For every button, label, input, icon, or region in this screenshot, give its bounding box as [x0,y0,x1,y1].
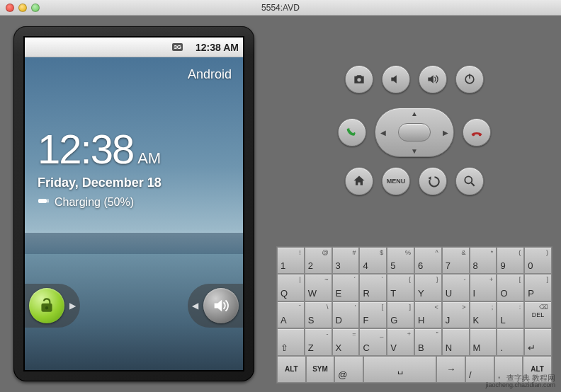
svg-point-10 [465,176,472,183]
key-↵[interactable]: ↵ [524,328,552,355]
status-bar: 3G 12:38 AM [25,38,243,57]
key-f[interactable]: F[ [359,301,387,328]
key-k[interactable]: K; [470,301,497,328]
lockscreen: Android 12:38AM Friday, December 18 Char… [25,57,243,370]
key-w[interactable]: W~ [305,274,332,301]
unlock-slider[interactable]: ▶ [25,284,80,328]
key-g[interactable]: G] [387,301,414,328]
lock-ampm: AM [137,149,161,167]
dpad-up-button[interactable]: ▲ [411,110,418,117]
watermark: 查字典 教程网 jiaocheng.chazidian.com [485,374,555,389]
dpad-left-button[interactable]: ◀ [380,129,386,137]
svg-line-11 [472,183,475,186]
key-r[interactable]: R` [359,274,387,301]
volume-down-button[interactable] [382,65,410,93]
power-button[interactable] [455,65,484,93]
key-.[interactable]: . [497,328,524,355]
dpad-down-button[interactable]: ▼ [411,147,418,155]
key-space[interactable]: ␣ [363,356,436,383]
key-1[interactable]: 1! [277,247,305,274]
hardware-panel: ▲ ▼ ◀ ▶ MENU 1!2@3#4$5%6^7&8*9(0) Q|W~E´… [268,16,561,392]
key-l[interactable]: L: [497,301,524,328]
plug-icon [38,196,50,209]
end-call-button[interactable] [463,118,491,146]
key-a[interactable]: A¨ [277,301,305,328]
charging-status: Charging (50%) [38,196,162,209]
key-alt[interactable]: ALT [277,356,306,383]
key-sym[interactable]: SYM [306,356,335,383]
key-s[interactable]: S\ [305,301,332,328]
volume-up-button[interactable] [419,65,447,93]
unlock-icon [29,288,64,323]
key-h[interactable]: H< [414,301,442,328]
key-n[interactable]: N [442,328,470,355]
key-b[interactable]: B" [414,328,442,355]
dpad-right-button[interactable]: ▶ [443,129,448,137]
search-button[interactable] [455,167,484,195]
chevron-right-icon: ▶ [69,301,76,311]
key-j[interactable]: J> [442,301,470,328]
lock-clock: 12:38AM Friday, December 18 Charging (50… [38,125,162,209]
emulator-skin: 3G 12:38 AM Android 12:38AM Friday, Dece… [0,16,268,392]
menu-button[interactable]: MENU [382,167,410,195]
hardware-keyboard: 1!2@3#4$5%6^7&8*9(0) Q|W~E´R`T{Y}U-I+O[P… [276,246,552,384]
back-button[interactable] [419,167,447,195]
key-8[interactable]: 8* [470,247,497,274]
dpad-center-button[interactable] [398,123,431,142]
key-d[interactable]: D' [332,301,360,328]
lock-time: 12:38 [38,126,133,172]
key-x[interactable]: X= [332,328,360,355]
key-9[interactable]: 9( [497,247,524,274]
key-u[interactable]: U- [442,274,470,301]
svg-point-7 [357,78,361,81]
camera-button[interactable] [345,65,373,93]
key-y[interactable]: Y} [414,274,442,301]
key-t[interactable]: T{ [387,274,414,301]
svg-rect-4 [47,200,49,201]
svg-rect-9 [469,74,470,79]
key-5[interactable]: 5% [387,247,414,274]
speaker-icon [203,288,239,323]
key-⇧[interactable]: ⇧ [277,328,305,355]
device-screen[interactable]: 3G 12:38 AM Android 12:38AM Friday, Dece… [23,36,244,371]
home-button[interactable] [345,167,373,195]
sound-slider[interactable]: ◀ [188,284,243,328]
call-button[interactable] [338,118,366,146]
key-@[interactable]: @ [334,356,363,383]
chevron-left-icon: ◀ [192,301,198,311]
svg-rect-5 [47,202,49,203]
key-right[interactable]: → [436,356,465,383]
svg-point-6 [45,306,48,309]
key-e[interactable]: E´ [332,274,360,301]
carrier-label: Android [188,67,232,82]
key-o[interactable]: O[ [497,274,524,301]
network-3g-icon: 3G [172,43,183,51]
key-0[interactable]: 0) [524,247,552,274]
key-c[interactable]: C_ [359,328,387,355]
key-i[interactable]: I+ [470,274,497,301]
key-m[interactable]: M [470,328,497,355]
lock-date: Friday, December 18 [38,175,162,190]
key-q[interactable]: Q| [277,274,305,301]
key-z[interactable]: Z- [305,328,332,355]
key-3[interactable]: 3# [332,247,360,274]
key-p[interactable]: P] [524,274,552,301]
key-del[interactable]: DEL⌫ [524,301,552,328]
key-4[interactable]: 4$ [359,247,387,274]
dpad: ▲ ▼ ◀ ▶ [375,108,454,157]
key-7[interactable]: 7& [442,247,470,274]
key-6[interactable]: 6^ [414,247,442,274]
key-2[interactable]: 2@ [305,247,332,274]
window-titlebar: 5554:AVD [0,0,561,16]
svg-rect-3 [38,199,47,203]
key-v[interactable]: V+ [387,328,414,355]
window-title: 5554:AVD [0,3,561,13]
status-time: 12:38 AM [196,42,239,53]
